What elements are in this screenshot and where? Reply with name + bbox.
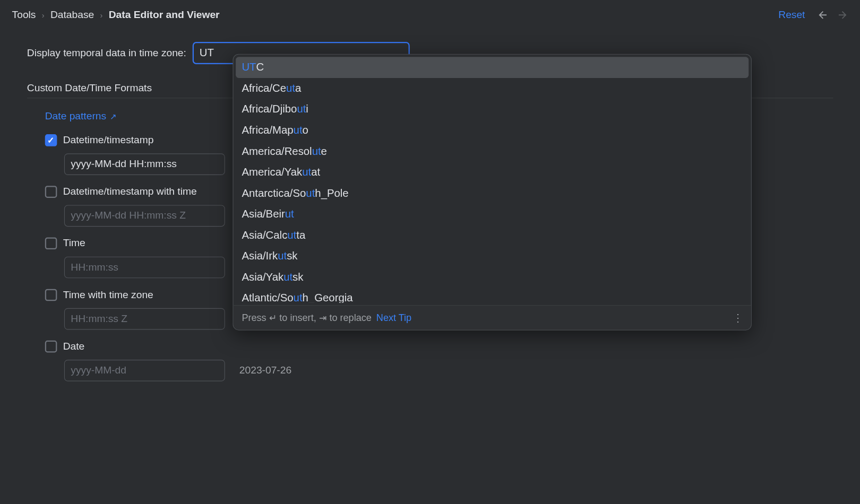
datetime-tz-checkbox[interactable] <box>45 186 57 198</box>
breadcrumb-tools[interactable]: Tools <box>12 9 36 21</box>
next-tip-link[interactable]: Next Tip <box>376 312 411 323</box>
chevron-right-icon: › <box>42 11 45 20</box>
autocomplete-item[interactable]: Africa/Maputo <box>236 120 749 141</box>
breadcrumb: Tools › Database › Data Editor and Viewe… <box>12 9 220 21</box>
time-tz-checkbox[interactable] <box>45 289 57 301</box>
autocomplete-item[interactable]: America/Resolute <box>236 141 749 162</box>
time-tz-label[interactable]: Time with time zone <box>63 289 153 301</box>
date-label[interactable]: Date <box>63 341 85 353</box>
breadcrumb-current: Data Editor and Viewer <box>109 9 220 21</box>
datetime-tz-format-input[interactable] <box>64 205 225 227</box>
autocomplete-item[interactable]: Asia/Yakutsk <box>236 267 749 288</box>
time-format-input[interactable] <box>64 257 225 279</box>
datetime-label[interactable]: Datetime/timestamp <box>63 134 154 146</box>
autocomplete-item[interactable]: Asia/Beirut <box>236 204 749 225</box>
autocomplete-item[interactable]: America/Yakutat <box>236 162 749 183</box>
autocomplete-item[interactable]: Africa/Djibouti <box>236 99 749 120</box>
enter-key-icon: ↵ <box>269 312 277 323</box>
footer-hint: Press ↵ to insert, ⇥ to replace <box>242 312 371 323</box>
date-patterns-link[interactable]: Date patterns ↗ <box>45 110 117 123</box>
forward-icon <box>836 9 848 21</box>
autocomplete-item[interactable]: Asia/Irkutsk <box>236 246 749 267</box>
autocomplete-item[interactable]: Asia/Calcutta <box>236 225 749 246</box>
back-icon[interactable] <box>817 9 829 21</box>
more-icon[interactable]: ⋮ <box>733 311 743 324</box>
autocomplete-item[interactable]: Atlantic/South_Georgia <box>236 288 749 302</box>
external-link-icon: ↗ <box>110 112 116 121</box>
timezone-label: Display temporal data in time zone: <box>27 47 186 59</box>
datetime-checkbox[interactable] <box>45 134 57 146</box>
chevron-right-icon: › <box>100 11 102 20</box>
datetime-tz-label[interactable]: Datetime/timestamp with time <box>63 186 197 198</box>
date-checkbox[interactable] <box>45 341 57 353</box>
settings-header: Tools › Database › Data Editor and Viewe… <box>0 0 860 30</box>
autocomplete-footer: Press ↵ to insert, ⇥ to replace Next Tip… <box>234 305 751 329</box>
time-checkbox[interactable] <box>45 237 57 249</box>
autocomplete-item[interactable]: UTC <box>236 57 749 78</box>
breadcrumb-database[interactable]: Database <box>50 9 94 21</box>
reset-button[interactable]: Reset <box>778 9 805 21</box>
autocomplete-list: UTCAfrica/CeutaAfrica/DjiboutiAfrica/Map… <box>234 55 751 305</box>
autocomplete-item[interactable]: Antarctica/South_Pole <box>236 183 749 204</box>
date-format-input[interactable] <box>64 360 225 381</box>
autocomplete-item[interactable]: Africa/Ceuta <box>236 78 749 99</box>
timezone-autocomplete-popup: UTCAfrica/CeutaAfrica/DjiboutiAfrica/Map… <box>233 54 751 331</box>
datetime-format-input[interactable] <box>64 153 225 175</box>
date-preview: 2023-07-26 <box>239 364 291 377</box>
time-tz-format-input[interactable] <box>64 308 225 330</box>
time-label[interactable]: Time <box>63 237 85 249</box>
tab-key-icon: ⇥ <box>319 312 327 323</box>
